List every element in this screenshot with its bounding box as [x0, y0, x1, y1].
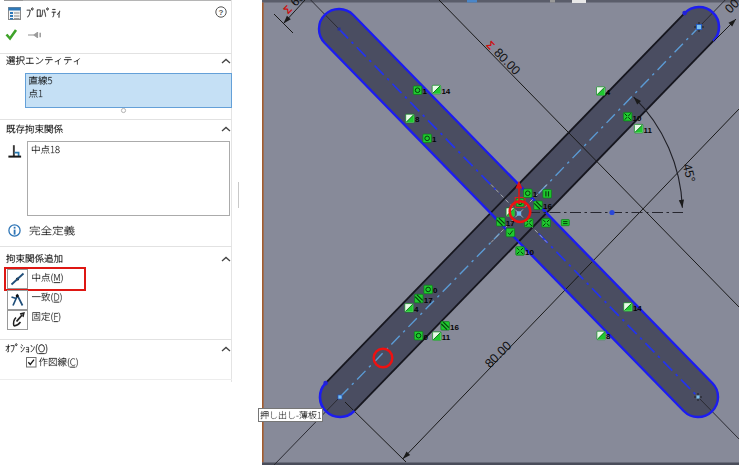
svg-text:14: 14: [633, 304, 642, 313]
svg-text:8: 8: [606, 332, 611, 341]
svg-text:16: 16: [543, 202, 552, 211]
svg-text:14: 14: [441, 87, 450, 96]
svg-text:10: 10: [525, 248, 534, 257]
svg-text:11: 11: [442, 333, 451, 342]
svg-text:17: 17: [424, 296, 433, 305]
svg-text:0: 0: [424, 333, 429, 342]
svg-text:1: 1: [533, 190, 538, 199]
svg-text:0: 0: [433, 286, 438, 295]
svg-text:1: 1: [432, 135, 437, 144]
svg-text:10: 10: [633, 114, 642, 123]
svg-text:16: 16: [450, 323, 459, 332]
svg-text:1: 1: [423, 87, 428, 96]
svg-text:4: 4: [414, 305, 419, 314]
svg-text:11: 11: [644, 126, 653, 135]
svg-text:4: 4: [606, 88, 611, 97]
svg-text:8: 8: [415, 115, 420, 124]
